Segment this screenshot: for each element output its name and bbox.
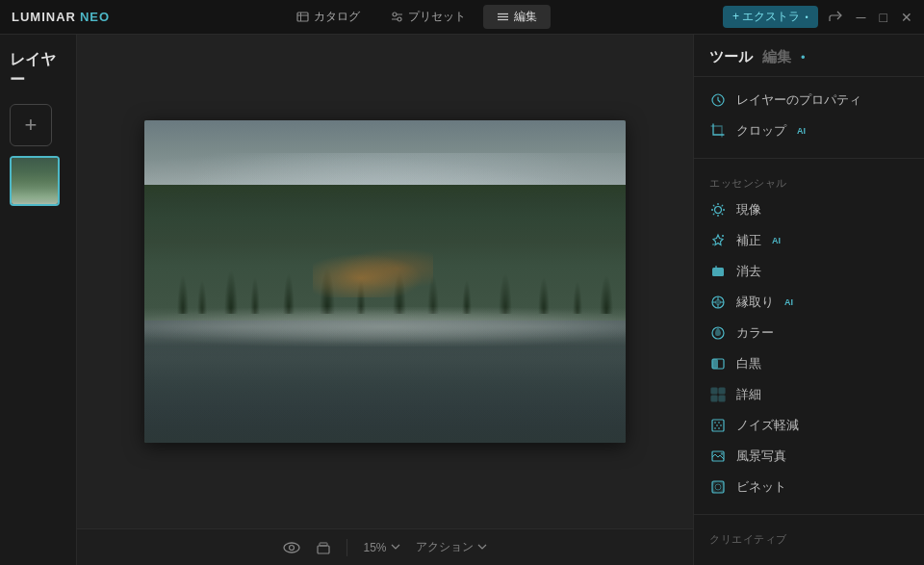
close-button[interactable]: ✕: [901, 11, 912, 24]
bw-icon: [709, 355, 727, 372]
svg-rect-12: [318, 546, 329, 553]
svg-point-23: [722, 235, 724, 237]
crop-label: クロップ: [736, 122, 786, 140]
layers-icon: [316, 540, 331, 555]
photo-canvas[interactable]: [144, 120, 626, 443]
tab-edit[interactable]: 編集: [762, 48, 791, 66]
titlebar-nav: カタログ プリセット 編集: [283, 5, 551, 29]
preset-icon: [391, 11, 403, 23]
photo-reflection: [144, 330, 626, 427]
denoise-label: ノイズ軽減: [736, 417, 799, 434]
detail-icon: [709, 386, 727, 403]
layer-thumbnail[interactable]: [10, 156, 60, 206]
bw-label: 白黒: [736, 355, 761, 372]
svg-rect-37: [714, 422, 716, 424]
svg-line-22: [722, 205, 723, 206]
section-label-creative: クリエイティブ: [694, 526, 924, 551]
layers-panel-title: レイヤー: [10, 46, 66, 94]
svg-point-4: [398, 17, 401, 21]
section-label-essential: エッセンシャル: [694, 170, 924, 194]
tool-crop[interactable]: クロップ AI: [694, 116, 924, 146]
svg-rect-41: [714, 427, 716, 429]
right-panel: ツール 編集 • レイヤーのプロパティ: [693, 35, 924, 565]
tool-landscape[interactable]: 風景写真: [694, 441, 924, 472]
nav-edit[interactable]: 編集: [483, 5, 551, 29]
svg-rect-40: [720, 424, 722, 426]
denoise-icon: [709, 417, 727, 434]
svg-point-14: [715, 207, 722, 214]
tool-mask[interactable]: 縁取り AI: [694, 287, 924, 318]
mask-icon: [709, 294, 727, 311]
catalog-icon: [296, 11, 309, 23]
svg-rect-32: [711, 388, 717, 394]
tool-denoise[interactable]: ノイズ軽減: [694, 410, 924, 441]
tool-layer-properties[interactable]: レイヤーのプロパティ: [694, 85, 924, 116]
tool-develop[interactable]: 現像: [694, 194, 924, 225]
vignette-icon: [709, 478, 727, 496]
enhance-label: 補正: [736, 232, 761, 249]
svg-rect-47: [712, 481, 724, 493]
svg-rect-33: [719, 388, 725, 394]
mask-ai-badge: AI: [784, 297, 793, 307]
tab-tools[interactable]: ツール: [709, 48, 753, 66]
right-panel-header: ツール 編集 •: [694, 35, 924, 77]
nav-preset[interactable]: プリセット: [377, 5, 479, 29]
photo-scene: [144, 120, 626, 443]
divider-1: [694, 158, 924, 159]
svg-rect-39: [716, 424, 718, 426]
logo-neo: NEO: [80, 10, 110, 24]
logo-luminar: LUMINAR: [12, 10, 76, 24]
action-menu[interactable]: アクション: [416, 539, 487, 555]
extras-dot: •: [805, 13, 808, 22]
erase-label: 消去: [736, 263, 761, 280]
tool-erase[interactable]: 消去: [694, 256, 924, 287]
tool-section-top: レイヤーのプロパティ クロップ AI: [694, 77, 924, 154]
mask-label: 縁取り: [736, 294, 774, 311]
tool-vignette[interactable]: ビネット: [694, 472, 924, 502]
titlebar-right: + エクストラ • ─ □ ✕: [723, 6, 912, 28]
svg-rect-31: [712, 359, 718, 369]
edit-icon: [497, 11, 509, 23]
layers-toggle[interactable]: [316, 540, 331, 555]
left-panel: レイヤー +: [0, 35, 77, 565]
nav-catalog[interactable]: カタログ: [283, 5, 373, 29]
svg-rect-25: [712, 268, 724, 276]
add-layer-button[interactable]: +: [10, 104, 52, 146]
visibility-toggle[interactable]: [283, 541, 300, 554]
tool-section-creative: クリエイティブ: [694, 519, 924, 558]
divider-2: [694, 514, 924, 515]
layer-props-label: レイヤーのプロパティ: [736, 91, 861, 109]
crop-icon: [709, 122, 727, 140]
landscape-label: 風景写真: [736, 448, 786, 465]
bottom-toolbar: 15% アクション: [77, 528, 693, 565]
titlebar-left: LUMINAR NEO: [12, 10, 110, 24]
crop-ai-badge: AI: [797, 126, 806, 136]
color-icon: [709, 324, 727, 342]
tool-detail[interactable]: 詳細: [694, 379, 924, 410]
develop-icon: [709, 201, 727, 218]
extras-button[interactable]: + エクストラ •: [723, 6, 818, 28]
share-icon[interactable]: [828, 10, 843, 25]
main-layout: レイヤー +: [0, 35, 924, 565]
svg-rect-26: [715, 266, 717, 269]
titlebar: LUMINAR NEO カタログ プリセット: [0, 0, 924, 35]
svg-rect-34: [711, 396, 717, 401]
svg-point-24: [712, 244, 714, 245]
enhance-icon: [709, 232, 727, 249]
enhance-ai-badge: AI: [772, 236, 781, 245]
svg-rect-35: [719, 396, 725, 401]
tool-color[interactable]: カラー: [694, 318, 924, 348]
zoom-control[interactable]: 15%: [363, 541, 399, 554]
minimize-button[interactable]: ─: [857, 11, 866, 24]
win-controls: ─ □ ✕: [828, 10, 912, 25]
erase-icon: [709, 263, 727, 280]
tool-bw[interactable]: 白黒: [694, 348, 924, 379]
layer-props-icon: [709, 91, 727, 109]
svg-line-21: [713, 214, 714, 215]
photo-autumn: [313, 249, 433, 297]
tool-enhance[interactable]: 補正 AI: [694, 225, 924, 256]
svg-point-11: [290, 545, 295, 550]
maximize-button[interactable]: □: [880, 11, 887, 24]
action-chevron-icon: [477, 544, 487, 551]
svg-line-20: [722, 214, 723, 215]
